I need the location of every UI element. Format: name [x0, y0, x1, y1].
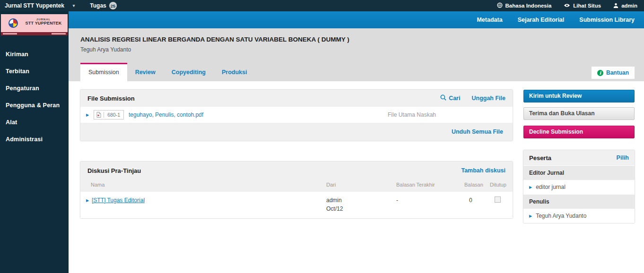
nav-submission-library[interactable]: Submission Library: [579, 17, 635, 23]
submission-title: ANALISIS REGRESI LINEAR BERGANDA DENGAN …: [80, 36, 349, 43]
sidebar-item-kiriman[interactable]: Kiriman: [0, 46, 69, 63]
editorial-actions-column: Kirim untuk Review Terima dan Buka Ulasa…: [523, 90, 635, 223]
participant-item: ▶ Teguh Arya Yudanto: [523, 209, 635, 223]
sidebar-item-pengguna-peran[interactable]: Pengguna & Peran: [0, 97, 69, 114]
column-replies: Balasan: [464, 182, 483, 188]
file-name-link[interactable]: teguhayo, Penulis, contoh.pdf: [129, 111, 203, 118]
sidebar-item-terbitan[interactable]: Terbitan: [0, 63, 69, 80]
app-window: Jurnal STT Yuppentek ▾ Tugas 25 Bahasa I…: [0, 0, 644, 273]
file-submission-panel: File Submission Cari Unggah File ▶: [80, 90, 513, 141]
file-id-badge: 680-1: [94, 110, 124, 119]
tab-copyediting[interactable]: Copyediting: [164, 63, 214, 81]
file-kind-label: File Utama Naskah: [388, 111, 436, 118]
user-icon: [613, 3, 618, 9]
discussion-table-header: Nama Dari Balasan Terakhir Balasan Ditut…: [80, 179, 513, 192]
workflow-tabs: Submission Review Copyediting Produksi: [80, 63, 255, 81]
tab-review[interactable]: Review: [127, 63, 164, 81]
main-content: File Submission Cari Unggah File ▶: [69, 81, 644, 273]
nav-metadata[interactable]: Metadata: [477, 17, 502, 23]
column-from: Dari: [326, 182, 336, 188]
discussion-from-date: Oct/12: [326, 205, 343, 212]
sidebar-item-administrasi[interactable]: Administrasi: [0, 131, 69, 148]
file-row: ▶ 680-1 teguhayo, Penulis, contoh.pdf Fi…: [80, 107, 513, 123]
journal-logo[interactable]: JURNAL STT YUPPENTEK: [1, 14, 68, 35]
view-site-link[interactable]: Lihat Situs: [564, 3, 601, 9]
help-label: Bantuan: [606, 69, 629, 76]
expand-file-icon[interactable]: ▶: [86, 113, 89, 117]
topbar: Jurnal STT Yuppentek ▾ Tugas 25 Bahasa I…: [0, 0, 644, 11]
assign-participant-button[interactable]: Pilih: [617, 154, 629, 161]
send-to-review-button[interactable]: Kirim untuk Review: [523, 90, 635, 102]
tasks-count-badge: 25: [109, 2, 117, 9]
add-discussion-button[interactable]: Tambah diskusi: [461, 167, 505, 174]
participants-title: Peserta: [529, 154, 551, 162]
view-site-label: Lihat Situs: [573, 3, 601, 9]
eye-icon: [564, 3, 570, 9]
column-closed: Ditutup: [490, 182, 506, 188]
logo-issn-strip: [1, 32, 68, 35]
info-icon: i: [597, 70, 603, 76]
expand-participant-icon[interactable]: ▶: [529, 185, 532, 189]
discussion-last-reply: -: [396, 197, 398, 204]
sidebar: JURNAL STT YUPPENTEK Kiriman Terbitan Pe…: [0, 11, 69, 273]
tasks-button[interactable]: Tugas 25: [90, 0, 116, 11]
participant-name: Teguh Arya Yudanto: [536, 213, 586, 219]
submission-header: ANALISIS REGRESI LINEAR BERGANDA DENGAN …: [69, 28, 644, 81]
tab-submission[interactable]: Submission: [80, 63, 127, 81]
sidebar-item-pengaturan[interactable]: Pengaturan: [0, 80, 69, 97]
participant-group-editor: Editor Jurnal: [523, 165, 635, 180]
chevron-down-icon: ▾: [73, 3, 75, 8]
help-button[interactable]: i Bantuan: [592, 67, 635, 79]
username-label: admin: [621, 3, 637, 9]
file-panel-title: File Submission: [87, 95, 135, 102]
language-menu[interactable]: Bahasa Indonesia: [497, 2, 552, 9]
discussion-name-link[interactable]: [STT] Tugas Editorial: [92, 197, 145, 204]
sidebar-nav: Kiriman Terbitan Pengaturan Pengguna & P…: [0, 46, 69, 148]
context-title: Jurnal STT Yuppentek: [5, 2, 64, 9]
column-name: Nama: [91, 182, 104, 188]
upload-file-button[interactable]: Unggah File: [471, 95, 505, 102]
tasks-label: Tugas: [90, 2, 106, 9]
globe-icon: [497, 2, 503, 9]
pdf-file-icon: [94, 112, 104, 118]
tab-produksi[interactable]: Produksi: [214, 63, 255, 81]
submission-author: Teguh Arya Yudanto: [80, 46, 131, 53]
expand-participant-icon[interactable]: ▶: [529, 214, 532, 218]
search-files-button[interactable]: Cari: [440, 94, 460, 102]
context-switcher-button[interactable]: Jurnal STT Yuppentek ▾: [0, 0, 81, 11]
discussion-closed-checkbox[interactable]: [495, 196, 501, 203]
search-label: Cari: [449, 95, 460, 102]
language-label: Bahasa Indonesia: [505, 3, 552, 9]
journal-emblem-icon: [9, 18, 18, 28]
discussion-from-user: admin: [326, 197, 342, 204]
file-id: 680-1: [104, 112, 123, 118]
discussion-replies-count: 0: [469, 197, 472, 204]
expand-discussion-icon[interactable]: ▶: [86, 198, 89, 203]
accept-and-skip-review-button[interactable]: Terima dan Buka Ulasan: [523, 107, 635, 120]
column-last-reply: Balasan Terakhir: [396, 182, 435, 188]
sidebar-item-alat[interactable]: Alat: [0, 114, 69, 131]
discussion-panel-title: Diskusi Pra-Tinjau: [87, 167, 141, 174]
user-menu[interactable]: admin: [613, 3, 637, 9]
submission-header-nav: Metadata Sejarah Editorial Submission Li…: [69, 11, 644, 28]
participant-item: ▶ editor jurnal: [523, 180, 635, 194]
logo-line2: STT YUPPENTEK: [21, 21, 66, 26]
participants-panel: Peserta Pilih Editor Jurnal ▶ editor jur…: [523, 150, 635, 223]
download-all-files-link[interactable]: Unduh Semua File: [452, 128, 503, 135]
pre-review-discussions-panel: Diskusi Pra-Tinjau Tambah diskusi Nama D…: [80, 162, 513, 218]
participant-group-author: Penulis: [523, 194, 635, 209]
search-icon: [440, 94, 446, 102]
decline-submission-button[interactable]: Decline Submission: [523, 126, 635, 138]
discussion-row: ▶ [STT] Tugas Editorial admin Oct/12 - 0: [80, 192, 513, 218]
participant-name: editor jurnal: [536, 184, 566, 190]
nav-editorial-history[interactable]: Sejarah Editorial: [518, 17, 565, 23]
